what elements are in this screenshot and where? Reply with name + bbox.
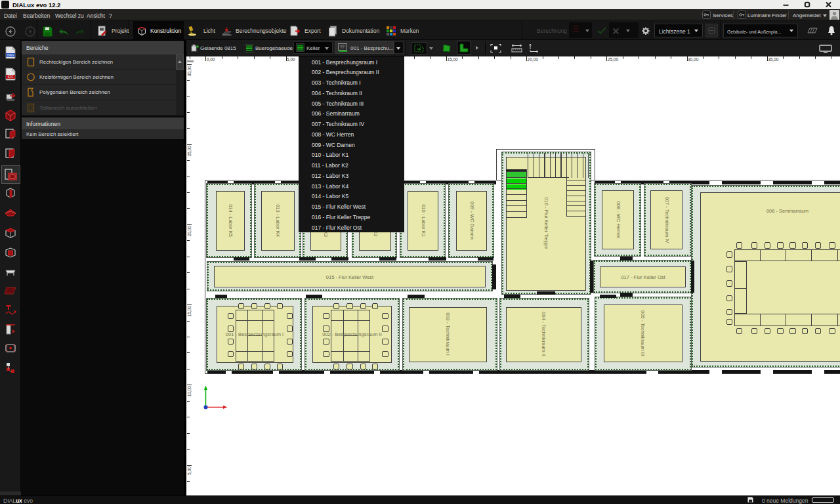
svg-text:DWG: DWG [7, 54, 14, 57]
svg-text:STF: STF [8, 75, 14, 78]
